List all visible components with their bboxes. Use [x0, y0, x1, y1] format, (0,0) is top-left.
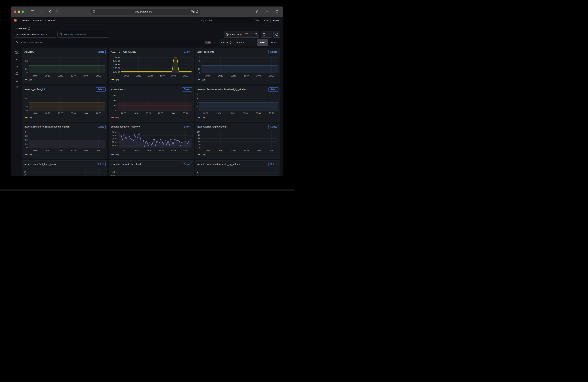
select-button[interactable]: Select: [182, 125, 192, 129]
global-search-box[interactable]: ⌘+k: [199, 18, 262, 23]
panel-info-button[interactable]: [273, 31, 280, 38]
sidebar-suffix-filter-button[interactable]: _Z: [15, 65, 19, 68]
select-button[interactable]: Select: [269, 50, 278, 54]
y-axis-label: 3: [196, 174, 198, 176]
breadcrumb: Home › Drilldown › Metrics ›: [22, 19, 59, 22]
sidebar-toggle-button[interactable]: [30, 9, 35, 15]
select-button[interactable]: Select: [96, 87, 105, 92]
clear-search-icon[interactable]: ✕: [213, 41, 215, 44]
global-search-input[interactable]: [205, 19, 254, 22]
metric-card-header: asserts_artifact_infoSelect: [22, 86, 107, 92]
reload-icon[interactable]: [196, 10, 198, 13]
tab-overview-button[interactable]: [274, 9, 279, 15]
refresh-button[interactable]: [261, 31, 267, 38]
y-axis-label: 1.5: [196, 60, 200, 62]
time-range-picker[interactable]: Last 1 hour UTC ⌄: [224, 31, 253, 38]
label-filter-input[interactable]: [64, 33, 106, 36]
legend[interactable]: avg: [111, 116, 119, 118]
chart-plot[interactable]: [27, 169, 105, 176]
metric-card: asserts:container_memorySelect60 Mil65 M…: [109, 123, 194, 159]
x-axis-label: 20:30: [156, 112, 165, 114]
metric-card: asserts:client:error:ratio:threshold_mar…: [22, 123, 107, 159]
sidebar-overview-button[interactable]: [15, 51, 19, 54]
metric-card: asserts_artifact_infoSelect00.511.5220:0…: [22, 86, 107, 122]
chart-plot[interactable]: [118, 94, 191, 111]
minimize-window-button[interactable]: [18, 11, 20, 13]
translate-icon[interactable]: A 文: [191, 10, 195, 13]
legend[interactable]: avg: [198, 153, 205, 156]
view-option-rows[interactable]: Rows: [268, 39, 280, 46]
legend-color-pill: [111, 154, 114, 155]
select-button[interactable]: Select: [182, 50, 192, 54]
chart-plot[interactable]: [199, 94, 278, 111]
legend[interactable]: avg: [198, 78, 205, 81]
sidebar-prefix-filter-button[interactable]: A_: [15, 58, 19, 61]
zoom-out-icon: [255, 33, 258, 36]
chart-plot[interactable]: [119, 131, 191, 148]
new-tab-button[interactable]: [264, 9, 270, 15]
chart-plot[interactable]: [121, 56, 191, 73]
x-axis-label: 20:00: [122, 75, 131, 77]
select-button[interactable]: Select: [269, 87, 278, 92]
zoom-window-button[interactable]: [21, 11, 24, 13]
zoom-out-time-button[interactable]: [253, 31, 259, 38]
select-button[interactable]: Select: [96, 125, 105, 129]
x-axis-label: 20:30: [241, 112, 250, 114]
address-bar[interactable]: play.grafana.org A 文: [91, 8, 200, 15]
chart-plot[interactable]: [29, 94, 105, 111]
sidebar-settings-button[interactable]: ⚙: [15, 86, 19, 89]
legend[interactable]: avg: [25, 153, 32, 156]
time-range-label: Last 1 hour: [230, 33, 242, 36]
chart-plot[interactable]: [202, 56, 278, 73]
chart-plot[interactable]: [202, 131, 278, 148]
y-axis-label: 1.75 Bil: [109, 60, 120, 62]
help-button[interactable]: ?: [264, 18, 268, 23]
x-axis-label: 20:10: [43, 150, 52, 152]
grafana-logo-button[interactable]: ⌄: [14, 19, 21, 22]
legend[interactable]: avg: [25, 78, 32, 81]
x-axis-label: 20:10: [216, 150, 225, 152]
legend-label: avg: [116, 116, 119, 118]
back-button[interactable]: [47, 9, 53, 15]
breadcrumb-home[interactable]: Home: [22, 19, 29, 22]
quick-search-input[interactable]: [20, 41, 203, 44]
view-option-grid[interactable]: Grid: [257, 39, 268, 46]
chart-plot[interactable]: [29, 131, 105, 148]
forward-button[interactable]: [54, 9, 60, 15]
sidebar-favorites-button[interactable]: [15, 79, 19, 82]
chart-plot[interactable]: [116, 169, 191, 176]
sign-in-button[interactable]: Sign in: [273, 19, 280, 22]
sort-by-label: Sort by: [221, 41, 228, 44]
label-filter-box[interactable]: [57, 31, 109, 38]
tab-group-chevron-button[interactable]: [39, 9, 42, 15]
select-button[interactable]: Select: [269, 125, 278, 129]
breadcrumb-metrics[interactable]: Metrics: [48, 19, 56, 22]
metric-title: alloy_build_info: [197, 50, 214, 53]
forward-chevron-icon: [56, 10, 58, 13]
chart-plot[interactable]: [199, 169, 278, 176]
quick-search-box[interactable]: 721 ✕: [14, 39, 217, 46]
sidebar-groups-button[interactable]: [15, 72, 19, 75]
legend[interactable]: avg: [111, 153, 119, 156]
legend[interactable]: avg: [25, 116, 32, 118]
data-source-select[interactable]: grafanacloud-demoinfra-prom ⌄: [14, 31, 56, 38]
info-icon[interactable]: [230, 41, 232, 44]
sort-select[interactable]: Default ⌄: [234, 39, 255, 46]
info-icon[interactable]: [28, 27, 30, 30]
share-button[interactable]: [255, 9, 260, 15]
select-button[interactable]: Select: [182, 162, 192, 166]
sidebar-icon: [31, 10, 34, 13]
x-axis-label: 20:10: [134, 75, 143, 77]
x-axis-label: 20:30: [69, 112, 78, 114]
chart-plot[interactable]: [29, 56, 105, 73]
close-window-button[interactable]: [14, 11, 16, 13]
view-toggle: Grid Rows: [257, 39, 280, 46]
breadcrumb-drilldown[interactable]: Drilldown: [33, 19, 43, 22]
legend[interactable]: avg: [111, 78, 119, 81]
select-button[interactable]: Select: [96, 162, 105, 166]
select-button[interactable]: Select: [269, 162, 278, 166]
select-button[interactable]: Select: [182, 87, 192, 92]
refresh-interval-dropdown[interactable]: ⌄: [267, 31, 272, 38]
select-button[interactable]: Select: [96, 50, 105, 54]
legend[interactable]: avg: [198, 116, 205, 118]
